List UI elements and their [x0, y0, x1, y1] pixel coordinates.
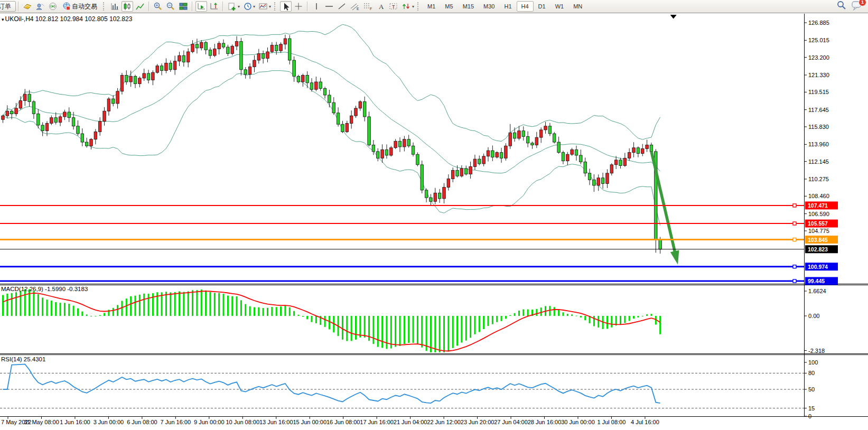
tile-windows-button[interactable]: [178, 1, 189, 12]
timeframe-m5[interactable]: M5: [440, 1, 458, 12]
candle-bear: [575, 149, 578, 155]
macd-histogram-bar: [302, 316, 304, 317]
macd-histogram-bar: [104, 313, 105, 316]
price-tag-label: 102.823: [808, 246, 828, 253]
macd-histogram-bar: [315, 316, 317, 323]
last-bar-marker-icon: [670, 15, 677, 19]
new-chart-button[interactable]: ▾: [226, 1, 241, 12]
timeframe-m15[interactable]: M15: [458, 1, 479, 12]
macd-histogram-bar: [554, 307, 555, 316]
price-tag-label: 105.557: [808, 220, 828, 227]
candle-bear: [112, 99, 115, 104]
macd-histogram-bar: [205, 291, 207, 316]
candle-bull: [535, 137, 538, 145]
chart-canvas[interactable]: 126.885125.015123.200121.330119.515117.6…: [0, 0, 868, 430]
candle-bear: [275, 45, 278, 51]
timeframe-m1[interactable]: M1: [423, 1, 440, 12]
trendline-button[interactable]: [336, 1, 348, 12]
macd-histogram-bar: [624, 316, 626, 323]
cursor-button[interactable]: [280, 1, 292, 12]
candle-bear: [54, 118, 58, 123]
macd-histogram-bar: [439, 316, 441, 352]
time-axis-label: 3 Jun 00:00: [94, 419, 124, 425]
timeframe-d1[interactable]: D1: [534, 1, 550, 12]
vertical-line-button[interactable]: [311, 1, 322, 12]
text-label-button[interactable]: T: [388, 1, 399, 12]
fibonacci-button[interactable]: F: [362, 1, 374, 12]
macd-histogram-bar: [38, 294, 39, 316]
chart-shift-icon: [209, 2, 219, 11]
gold-book-button[interactable]: [22, 1, 33, 12]
macd-histogram-bar: [254, 307, 255, 316]
level-handle[interactable]: [793, 279, 796, 283]
text-button[interactable]: A: [375, 1, 387, 12]
rsi-layer: [0, 364, 804, 408]
templates-button[interactable]: ▾: [257, 1, 272, 12]
equidistant-channel-button[interactable]: E: [349, 1, 361, 12]
toolbar-separator: [222, 2, 223, 11]
time-axis-label: 16 Jun 08:00: [326, 419, 360, 425]
zoom-in-button[interactable]: [152, 1, 164, 12]
candle-bear: [341, 124, 344, 132]
timeframe-m30[interactable]: M30: [479, 1, 499, 12]
level-handle[interactable]: [793, 265, 796, 268]
macd-histogram-bar: [447, 316, 449, 351]
level-handle[interactable]: [793, 222, 796, 225]
periods-button[interactable]: ▾: [242, 1, 256, 12]
candlestick-chart-button[interactable]: [122, 1, 133, 12]
candle-bear: [377, 152, 380, 158]
candle-bear: [10, 111, 13, 114]
trend-arrow-head[interactable]: [670, 250, 679, 264]
level-handle[interactable]: [793, 204, 796, 207]
candle-bear: [650, 145, 653, 151]
level-handle[interactable]: [793, 238, 796, 241]
new-order-button[interactable]: 新订单: [0, 1, 16, 12]
autotrade-button[interactable]: 自动交易: [60, 1, 101, 12]
chart-shift-button[interactable]: [208, 1, 220, 12]
rsi-axis-label: 0: [808, 413, 811, 419]
candle-bull: [143, 73, 146, 78]
macd-histogram-bar: [576, 316, 577, 316]
profile-button[interactable]: [34, 1, 46, 12]
timeframe-group: M1M5M15M30H1H4D1W1MN: [423, 1, 587, 12]
timeframe-h4[interactable]: H4: [517, 1, 534, 12]
price-axis-label: 108.460: [808, 193, 829, 199]
macd-histogram-bar: [584, 316, 586, 320]
svg-text:A: A: [379, 3, 384, 11]
bar-chart-button[interactable]: [109, 1, 120, 12]
macd-histogram-bar: [456, 316, 458, 345]
macd-histogram-bar: [479, 316, 480, 332]
macd-histogram-bar: [536, 309, 537, 316]
ohlc-toggle-icon[interactable]: ▾: [2, 17, 4, 22]
line-chart-button[interactable]: [134, 1, 146, 12]
candle-bull: [473, 159, 477, 166]
candle-bull: [614, 160, 618, 165]
notifications-button[interactable]: 1: [851, 1, 863, 13]
timeframe-w1[interactable]: W1: [550, 1, 569, 12]
clock-icon: [243, 2, 253, 11]
price-axis-label: 112.145: [808, 158, 829, 165]
timeframe-mn[interactable]: MN: [568, 1, 587, 12]
macd-histogram-bar: [611, 316, 612, 328]
signal-button[interactable]: [47, 1, 59, 12]
candle-bear: [160, 66, 163, 71]
timeframe-h1[interactable]: H1: [499, 1, 516, 12]
candle-bear: [68, 112, 71, 118]
zoom-out-button[interactable]: [165, 1, 176, 12]
crosshair-button[interactable]: [293, 1, 304, 12]
candle-bull: [346, 123, 349, 132]
candle-bear: [244, 70, 247, 74]
macd-histogram-bar: [306, 316, 308, 319]
macd-histogram-bar: [95, 316, 96, 316]
arrows-button[interactable]: ▾: [400, 1, 415, 12]
candle-bull: [597, 178, 600, 185]
line-chart-icon: [135, 2, 145, 11]
macd-histogram-bar: [372, 316, 374, 344]
macd-histogram-bar: [351, 316, 352, 341]
horizontal-line-button[interactable]: [323, 1, 335, 12]
search-icon[interactable]: [836, 1, 847, 12]
auto-scroll-button[interactable]: [195, 1, 207, 12]
macd-histogram-bar: [113, 308, 114, 316]
macd-histogram-bar: [329, 316, 330, 329]
macd-histogram-bar: [24, 289, 26, 316]
